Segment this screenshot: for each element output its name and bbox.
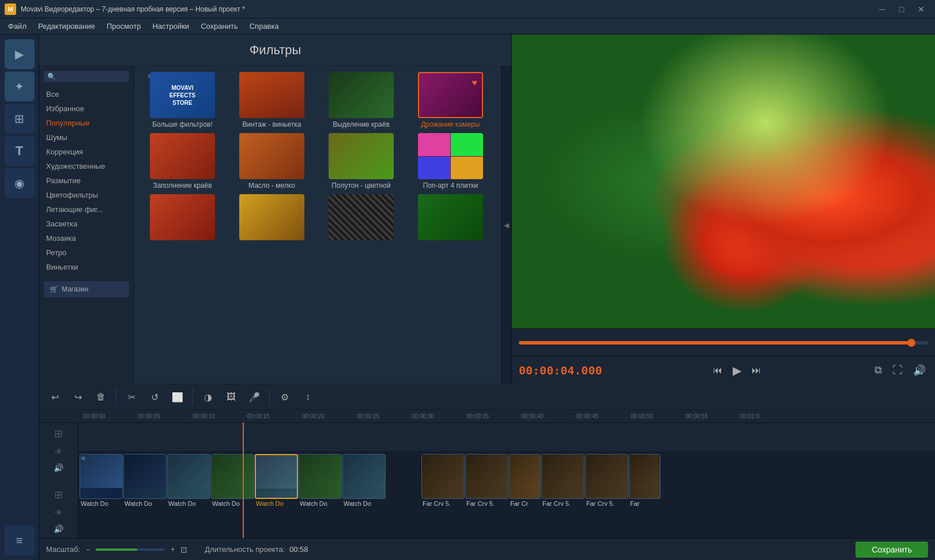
category-noise[interactable]: Шумы	[39, 130, 134, 145]
filter-item-row3c[interactable]	[319, 194, 404, 243]
tool-effects[interactable]: ✦	[5, 71, 35, 101]
scale-minus-icon[interactable]: −	[86, 546, 90, 554]
clip-watchdogs-1[interactable]: ⊞	[80, 454, 123, 499]
filter-label-popart: Поп-арт 4 плитки	[423, 181, 478, 190]
export-button[interactable]: ⧉	[872, 362, 884, 379]
filter-label-halftone: Полутон - цветной	[331, 181, 390, 190]
clip-label-wd-7: Watch Do	[342, 500, 386, 506]
category-artistic[interactable]: Художественные	[39, 159, 134, 173]
close-button[interactable]: ✕	[912, 1, 930, 17]
image-button[interactable]: 🖼	[221, 387, 241, 407]
clip-watchdogs-4[interactable]	[211, 454, 254, 499]
filter-thumb-edge	[329, 72, 394, 118]
filter-item-shake[interactable]: ♥ Дрожание камеры	[408, 72, 493, 128]
delete-button[interactable]: 🗑	[91, 387, 111, 407]
volume-button[interactable]: 🔊	[911, 362, 928, 379]
playhead[interactable]	[243, 423, 244, 538]
scale-fit-icon[interactable]: ⊡	[180, 545, 187, 554]
play-button[interactable]: ▶	[730, 361, 744, 380]
filter-item-fill[interactable]: Заполнение краёв	[140, 133, 225, 190]
category-favorites[interactable]: Избранное	[39, 101, 134, 116]
scale-plus-icon[interactable]: +	[171, 546, 175, 554]
clip-farcry-2[interactable]	[465, 454, 508, 499]
cut-button[interactable]: ✂	[122, 387, 141, 407]
eye-icon[interactable]: 👁	[55, 447, 63, 456]
redo-button[interactable]: ↪	[68, 387, 88, 407]
category-flash[interactable]: Засветка	[39, 217, 134, 231]
undo-button[interactable]: ↩	[45, 387, 65, 407]
progress-bar[interactable]	[519, 341, 928, 345]
clip-farcry-6[interactable]	[629, 454, 661, 499]
window-controls[interactable]: ─ □ ✕	[873, 1, 930, 17]
track-add-icon-2[interactable]: ⊞	[54, 489, 63, 501]
settings-button[interactable]: ⚙	[275, 387, 295, 407]
audio-track-icon[interactable]: 🔊	[54, 463, 63, 472]
search-input[interactable]	[58, 73, 145, 81]
scale-slider[interactable]	[96, 548, 165, 551]
split-button[interactable]: ↕	[298, 387, 318, 407]
ruler-mark-55: 00:00:55	[685, 413, 708, 419]
category-vignette[interactable]: Виньетки	[39, 260, 134, 274]
filter-item-row3b[interactable]	[229, 194, 314, 243]
save-button[interactable]: Сохранить	[855, 542, 928, 558]
clip-watchdogs-7[interactable]	[342, 454, 386, 499]
menu-edit[interactable]: Редактирование	[32, 20, 101, 33]
filter-item-halftone[interactable]: Полутон - цветной	[319, 133, 404, 190]
top-section: Фильтры 🔍 ✕ Все Избранное Популярные Шум…	[39, 35, 935, 384]
category-blur[interactable]: Размытие	[39, 173, 134, 188]
filter-item-vintage[interactable]: Винтаж - виньетка	[229, 72, 314, 128]
color-button[interactable]: ◑	[198, 387, 218, 407]
filter-item-row3d[interactable]	[408, 194, 493, 243]
menu-help[interactable]: Справка	[244, 20, 285, 33]
filter-thumb-row3b	[239, 194, 304, 240]
category-color[interactable]: Цветофильтры	[39, 188, 134, 202]
fullscreen-button[interactable]: ⛶	[890, 362, 905, 379]
eye-icon-2[interactable]: 👁	[55, 508, 63, 517]
tool-camera[interactable]: ◉	[5, 168, 35, 198]
filter-item-store[interactable]: MOVAVIEFFECTSSTORE Больше фильтров!	[140, 72, 225, 128]
crop-button[interactable]: ⬜	[168, 387, 187, 407]
menu-view[interactable]: Просмотр	[101, 20, 146, 33]
next-button[interactable]: ⏭	[749, 363, 763, 378]
progress-knob[interactable]	[907, 339, 915, 347]
filter-label-fill: Заполнение краёв	[153, 181, 212, 190]
rotate-button[interactable]: ↺	[145, 387, 164, 407]
clip-farcry-3[interactable]	[509, 454, 541, 499]
filter-item-popart[interactable]: Поп-арт 4 плитки	[408, 133, 493, 190]
tool-menu[interactable]: ≡	[5, 525, 35, 555]
audio-button[interactable]: 🎤	[244, 387, 264, 407]
collapse-panel-button[interactable]: ◀	[501, 66, 511, 384]
store-button[interactable]: 🛒 Магазин	[44, 281, 129, 297]
category-popular[interactable]: Популярные	[39, 116, 134, 130]
category-retro[interactable]: Ретро	[39, 245, 134, 260]
clip-farcry-1[interactable]	[421, 454, 465, 499]
clip-watchdogs-6[interactable]	[299, 454, 342, 499]
minimize-button[interactable]: ─	[873, 1, 891, 17]
clip-watchdogs-5[interactable]	[255, 454, 298, 499]
timeline-side-panel: ⊞ 👁 🔊 ⊞ 👁 🔊	[39, 423, 78, 538]
category-flying[interactable]: Летающие фиг...	[39, 202, 134, 217]
maximize-button[interactable]: □	[892, 1, 911, 17]
search-box[interactable]: 🔍 ✕	[44, 71, 129, 82]
tool-media[interactable]: ▶	[5, 39, 35, 69]
menu-file[interactable]: Файл	[2, 20, 32, 33]
menu-save[interactable]: Сохранить	[195, 20, 244, 33]
clip-watchdogs-3[interactable]	[167, 454, 210, 499]
filter-item-oil[interactable]: Масло - мелко	[229, 133, 314, 190]
category-correction[interactable]: Коррекция	[39, 145, 134, 159]
clip-farcry-4[interactable]	[541, 454, 585, 499]
tool-transitions[interactable]: ⊞	[5, 104, 35, 134]
tool-text[interactable]: T	[5, 136, 35, 166]
prev-button[interactable]: ⏮	[711, 363, 725, 378]
clip-farcry-5[interactable]	[585, 454, 628, 499]
audio-icon-2[interactable]: 🔊	[54, 524, 63, 533]
menu-settings[interactable]: Настройки	[146, 20, 195, 33]
clip-watchdogs-2[interactable]	[123, 454, 167, 499]
filter-item-edge[interactable]: Выделение краёв	[319, 72, 404, 128]
category-all[interactable]: Все	[39, 87, 134, 101]
category-mosaic[interactable]: Мозаика	[39, 231, 134, 245]
filter-item-row3a[interactable]	[140, 194, 225, 243]
add-track-icon[interactable]: ⊞	[54, 427, 63, 440]
clip-label-fc-5: Far Cry 5.	[585, 500, 628, 506]
effects-icon: ✦	[14, 80, 24, 93]
